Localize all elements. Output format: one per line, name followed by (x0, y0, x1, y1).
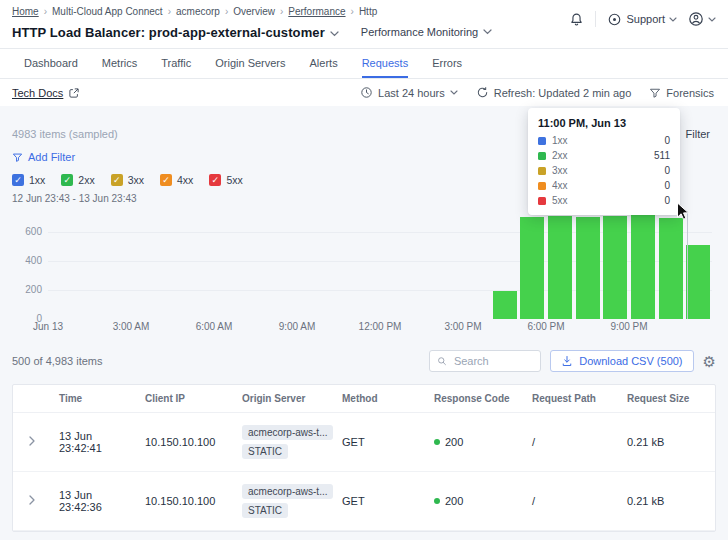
subtitle-label: Performance Monitoring (361, 26, 478, 38)
tooltip-value-1xx: 0 (664, 135, 670, 146)
tooltip-value-3xx: 0 (664, 165, 670, 176)
breadcrumb-separator: › (168, 6, 171, 17)
table-settings-gear-icon[interactable]: ⚙ (703, 354, 716, 369)
column-header-request-size[interactable]: Request Size (619, 393, 715, 404)
tech-docs-link[interactable]: Tech Docs (12, 87, 80, 99)
download-csv-button[interactable]: Download CSV (500) (550, 350, 693, 372)
column-header-request-path[interactable]: Request Path (524, 393, 619, 404)
chart-bar-9-00-pm[interactable] (631, 215, 655, 319)
top-header: Home›Multi-Cloud App Connect›acmecorp›Ov… (0, 0, 728, 49)
chart-bar-10-00-pm[interactable] (659, 218, 683, 319)
app-window: Home›Multi-Cloud App Connect›acmecorp›Ov… (0, 0, 728, 540)
performance-monitoring-dropdown[interactable]: Performance Monitoring (361, 26, 492, 38)
bell-icon (569, 12, 584, 27)
status-dot-icon (434, 439, 440, 445)
column-header-client-ip[interactable]: Client IP (137, 393, 234, 404)
chevron-down-icon (708, 17, 716, 22)
origin-tag-static: STATIC (242, 503, 288, 518)
status-filter-1xx[interactable]: ✓1xx (12, 174, 45, 186)
response-code-value: 200 (445, 495, 463, 507)
checkbox-4xx-icon[interactable]: ✓ (160, 174, 172, 186)
table-body: 13 Jun 23:42:4110.150.10.100acmecorp-aws… (13, 413, 715, 531)
status-filter-3xx[interactable]: ✓3xx (111, 174, 144, 186)
breadcrumb-item-performance[interactable]: Performance (288, 6, 345, 17)
search-input[interactable] (452, 354, 533, 368)
column-header-time[interactable]: Time (51, 393, 137, 404)
column-header-method[interactable]: Method (334, 393, 426, 404)
row-expand-chevron[interactable] (13, 495, 51, 507)
breadcrumb-item-http[interactable]: Http (359, 6, 377, 17)
cell-request-size: 0.21 kB (619, 495, 715, 507)
cell-request-size: 0.21 kB (619, 436, 715, 448)
notifications-button[interactable] (569, 12, 584, 27)
breadcrumb-item-home[interactable]: Home (12, 6, 39, 17)
breadcrumb-separator: › (44, 6, 47, 17)
x-axis-label-3-00-am: 3:00 AM (113, 321, 150, 332)
user-menu-button[interactable] (688, 11, 716, 27)
cell-origin-server: acmecorp-aws-t...STATIC (234, 425, 334, 459)
breadcrumb-separator: › (280, 6, 283, 17)
tab-metrics[interactable]: Metrics (102, 49, 137, 78)
checkbox-1xx-icon[interactable]: ✓ (12, 174, 24, 186)
title-chevron-down-icon[interactable] (330, 23, 339, 41)
status-filter-label-2xx: 2xx (78, 174, 94, 186)
tab-dashboard[interactable]: Dashboard (24, 49, 78, 78)
funnel-icon (649, 87, 661, 99)
chart-bar-6-00-pm[interactable] (548, 216, 572, 319)
refresh-icon (476, 86, 489, 99)
cell-response-code: 200 (426, 436, 524, 448)
search-box[interactable] (429, 350, 541, 372)
chart-plot-area (48, 209, 712, 319)
table-row: 13 Jun 23:42:4110.150.10.100acmecorp-aws… (13, 413, 715, 472)
chart-bar-11-00-pm[interactable] (686, 245, 710, 319)
cell-response-code: 200 (426, 495, 524, 507)
chart-bar-5-00-pm[interactable] (520, 217, 544, 319)
chevron-down-icon (669, 17, 677, 22)
add-filter-button[interactable]: Add Filter (12, 151, 75, 163)
column-header-response-code[interactable]: Response Code (426, 393, 524, 404)
checkbox-2xx-icon[interactable]: ✓ (61, 174, 73, 186)
tab-alerts[interactable]: Alerts (310, 49, 338, 78)
y-axis-label-200: 200 (25, 284, 42, 295)
origin-tag-acmecorp-aws-t: acmecorp-aws-t... (242, 425, 333, 440)
column-header-origin-server[interactable]: Origin Server (234, 393, 334, 404)
legend-swatch-5xx (538, 197, 546, 205)
status-filter-5xx[interactable]: ✓5xx (209, 174, 242, 186)
support-menu-button[interactable]: Support (607, 12, 677, 27)
breadcrumb-separator: › (351, 6, 354, 17)
tooltip-rows: 1xx02xx5113xx04xx05xx0 (538, 135, 670, 206)
filter-button[interactable]: Filter (686, 128, 710, 140)
forensics-button[interactable]: Forensics (649, 87, 714, 99)
breadcrumb-item-acmecorp[interactable]: acmecorp (176, 6, 220, 17)
tab-traffic[interactable]: Traffic (161, 49, 191, 78)
refresh-button[interactable]: Refresh: Updated 2 min ago (476, 86, 632, 99)
status-filter-label-3xx: 3xx (128, 174, 144, 186)
tooltip-title: 11:00 PM, Jun 13 (538, 117, 670, 129)
cell-request-path: / (524, 436, 619, 448)
status-filter-4xx[interactable]: ✓4xx (160, 174, 193, 186)
response-code-value: 200 (445, 436, 463, 448)
tab-requests[interactable]: Requests (362, 49, 408, 78)
tooltip-row-5xx: 5xx0 (538, 195, 670, 206)
time-range-selector[interactable]: Last 24 hours (360, 86, 458, 99)
breadcrumb-item-multi-cloud-app-connect[interactable]: Multi-Cloud App Connect (52, 6, 163, 17)
breadcrumb-item-overview[interactable]: Overview (233, 6, 275, 17)
chart-bar-7-00-pm[interactable] (576, 217, 600, 319)
status-dot-icon (434, 498, 440, 504)
row-expand-chevron[interactable] (13, 436, 51, 448)
download-icon (561, 355, 573, 367)
checkbox-5xx-icon[interactable]: ✓ (209, 174, 221, 186)
tooltip-value-2xx: 511 (654, 150, 670, 161)
tab-errors[interactable]: Errors (432, 49, 462, 78)
chart-bar-4-00-pm[interactable] (493, 291, 517, 319)
cell-origin-server: acmecorp-aws-t...STATIC (234, 484, 334, 518)
table-controls: Download CSV (500) ⚙ (429, 350, 716, 372)
checkbox-3xx-icon[interactable]: ✓ (111, 174, 123, 186)
status-filter-2xx[interactable]: ✓2xx (61, 174, 94, 186)
header-actions: Support (569, 11, 716, 27)
external-link-icon (68, 87, 80, 99)
section-tabs: DashboardMetricsTrafficOrigin ServersAle… (0, 49, 728, 79)
tab-origin-servers[interactable]: Origin Servers (215, 49, 285, 78)
tooltip-label-5xx: 5xx (552, 195, 664, 206)
chart-bar-8-00-pm[interactable] (603, 216, 627, 319)
